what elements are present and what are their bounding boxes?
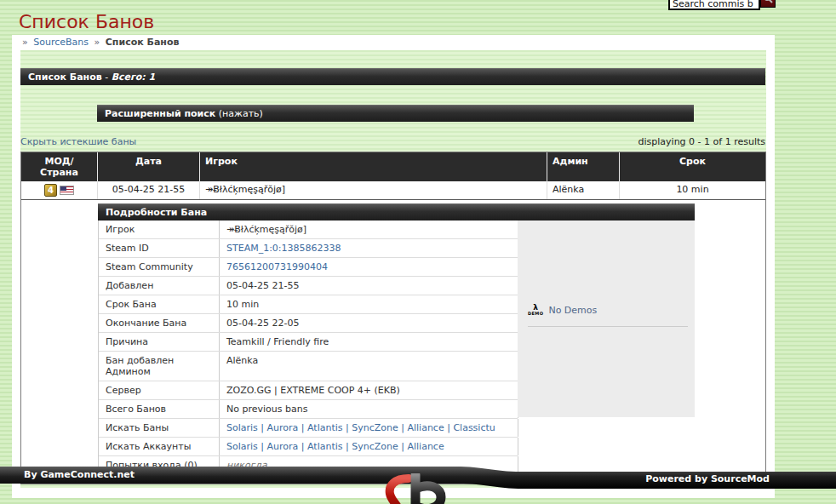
breadcrumb: » SourceBans » Список Банов [12,35,775,50]
details-link[interactable]: Classictu [453,422,495,433]
details-link[interactable]: 76561200731990404 [226,261,328,272]
ban-row-date: 05-04-25 21-55 [98,181,200,199]
details-link[interactable]: Atlantis [307,422,343,433]
details-label: Срок Бана [99,295,220,313]
details-row: Игрок↠Ƀłλćķmęşąřŏjø] [99,220,518,239]
details-value: No previous bans [220,400,518,418]
results-count: displaying 0 - 1 of 1 results [638,136,765,147]
ban-row-player: ↠Ƀłλćķmęşąřŏjø] [200,181,547,199]
ban-details-section: Подробности Бана Игрок↠Ƀłλćķmęşąřŏjø]Ste… [21,200,765,484]
details-label: Steam Community [99,258,220,276]
details-value: Teamkill / Friendly fire [220,333,518,351]
details-label: Сервер [99,381,220,399]
details-link[interactable]: Atlantis [307,441,343,452]
details-label: Искать Баны [99,419,220,437]
ban-list-sep: - [105,72,108,83]
ban-details-table: Игрок↠Ƀłλćķmęşąřŏjø]Steam IDSTEAM_1:0:13… [98,220,518,475]
link-separator: | [298,422,307,433]
details-link[interactable]: Aurora [267,441,299,452]
page-title: Список Банов [19,11,836,32]
details-value: Solaris | Aurora | Atlantis | SyncZone |… [220,438,518,455]
ban-list-total: Всего: 1 [112,72,156,83]
ban-table-header: МОД/СтранаДатаИгрокАдминСрок [21,152,765,181]
breadcrumb-current: Список Банов [106,37,180,48]
ban-list-title: Список Банов [28,72,102,83]
details-row: Искать АккаунтыSolaris | Aurora | Atlant… [99,438,518,456]
footer-sourcemod-link[interactable]: Powered by SourceMod [645,473,770,484]
details-link[interactable]: SyncZone [352,441,398,452]
link-separator: | [398,441,408,452]
details-link[interactable]: STEAM_1:0:1385862338 [226,243,341,254]
details-link[interactable]: Solaris [226,422,258,433]
advanced-search-hint: (нажать) [219,108,263,119]
column-header-2[interactable]: Игрок [200,152,547,181]
hide-expired-bans-link[interactable]: Скрыть истекшие баны [20,136,136,147]
footer-gameconnect-link[interactable]: By GameConnect.net [24,469,135,480]
ban-details-header-bar: Подробности Бана [98,203,695,220]
details-row: Срок Бана10 min [99,295,518,314]
demos-panel: λ DEMO No Demos [518,220,695,417]
details-value: Alënka [220,352,518,381]
demo-icon: λ DEMO [528,304,543,316]
search-input[interactable] [668,0,760,10]
ban-row-length: 10 min [620,181,765,199]
no-demos-label: No Demos [548,305,597,316]
search-icon [763,0,773,6]
details-value: Solaris | Aurora | Atlantis | SyncZone |… [220,419,518,437]
breadcrumb-link-sourcebans[interactable]: SourceBans [33,37,89,48]
sourcebans-logo [364,473,467,504]
details-value: 76561200731990404 [220,258,518,276]
link-separator: | [258,441,267,452]
breadcrumb-separator: » [22,37,28,48]
link-separator: | [258,422,267,433]
details-label: Всего Банов [99,400,220,418]
details-value: 10 min [220,295,518,313]
details-link[interactable]: Alliance [407,441,444,452]
column-header-0[interactable]: МОД/Страна [21,152,98,181]
link-separator: | [444,422,454,433]
ban-table: МОД/СтранаДатаИгрокАдминСрок 4 05-04-25 … [20,152,766,484]
breadcrumb-separator: » [94,37,100,48]
details-label: Игрок [99,220,220,238]
column-header-3[interactable]: Админ [547,152,620,181]
details-row: Искать БаныSolaris | Aurora | Atlantis |… [99,419,518,438]
us-flag-icon [60,186,74,195]
details-value: 05-04-25 21-55 [220,277,518,295]
top-search-area [668,0,776,10]
details-row: СерверZOZO.GG | EXTREME COOP 4+ (EKB) [99,381,518,400]
details-row: Steam Community76561200731990404 [99,258,518,277]
ban-details-content: Игрок↠Ƀłλćķmęşąřŏjø]Steam IDSTEAM_1:0:13… [98,220,695,475]
details-link[interactable]: SyncZone [352,422,398,433]
details-link[interactable]: Aurora [267,422,299,433]
ban-row[interactable]: 4 05-04-25 21-55 ↠Ƀłλćķmęşąřŏjø] Alënka … [21,181,765,200]
ban-list-header-bar: Список Банов - Всего: 1 [20,68,765,85]
details-row: Steam IDSTEAM_1:0:1385862338 [99,239,518,258]
column-header-4[interactable]: Срок [620,152,765,181]
details-row: Бан добавлен АдминомAlënka [99,352,518,381]
link-separator: | [343,422,352,433]
advanced-search-label: Расширенный поиск [105,108,215,119]
ban-row-admin: Alënka [547,181,620,199]
search-button[interactable] [760,0,776,8]
column-header-1[interactable]: Дата [98,152,200,181]
details-row: Добавлен05-04-25 21-55 [99,277,518,295]
ban-details-title: Подробности Бана [106,207,207,218]
link-separator: | [298,441,307,452]
page-background: Список Банов » SourceBans » Список Банов… [0,0,836,504]
details-row: Окончание Бана05-04-25 22-05 [99,314,518,333]
details-label: Бан добавлен Админом [99,352,220,381]
details-label: Причина [99,333,220,351]
advanced-search-toggle[interactable]: Расширенный поиск (нажать) [97,105,694,122]
link-separator: | [398,422,408,433]
details-value: ↠Ƀłλćķmęşąřŏjø] [220,220,518,238]
content-panel: » SourceBans » Список Банов Список Банов… [12,35,775,498]
details-value: 05-04-25 22-05 [220,314,518,332]
details-label: Steam ID [99,239,220,257]
link-separator: | [343,441,352,452]
details-label: Добавлен [99,277,220,295]
details-label: Окончание Бана [99,314,220,332]
ban-row-mod-country: 4 [21,181,98,199]
details-link[interactable]: Alliance [407,422,444,433]
details-link[interactable]: Solaris [226,441,258,452]
page-body: Список Банов - Всего: 1 Расширенный поис… [20,50,766,488]
